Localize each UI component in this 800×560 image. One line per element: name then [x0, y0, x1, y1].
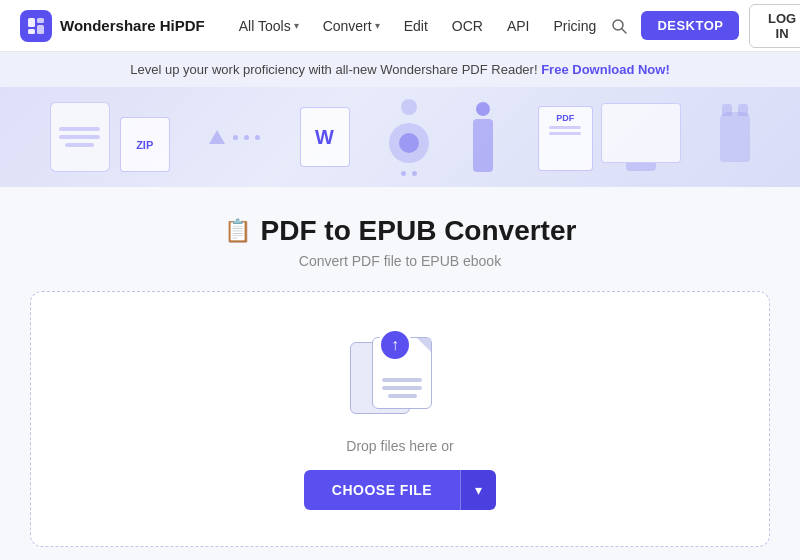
svg-rect-0	[28, 18, 35, 27]
brand-name: Wondershare HiPDF	[60, 17, 205, 34]
nav-links: All Tools ▾ Convert ▾ Edit OCR API Prici…	[229, 12, 607, 40]
svg-rect-2	[37, 25, 44, 34]
promo-banner: Level up your work proficiency with all-…	[0, 52, 800, 87]
nav-edit[interactable]: Edit	[394, 12, 438, 40]
svg-rect-3	[28, 29, 35, 34]
illus-person	[468, 102, 498, 172]
hero-banner: ZIP W PDF	[0, 87, 800, 187]
chevron-down-icon: ▾	[294, 20, 299, 31]
chevron-down-icon: ▾	[375, 20, 380, 31]
page-subtitle: Convert PDF file to EPUB ebook	[299, 253, 501, 269]
page-title-area: 📋 PDF to EPUB Converter	[224, 215, 577, 247]
svg-rect-1	[37, 18, 44, 23]
search-button[interactable]	[606, 10, 631, 42]
nav-pricing[interactable]: Pricing	[544, 12, 607, 40]
nav-convert[interactable]: Convert ▾	[313, 12, 390, 40]
page-title: PDF to EPUB Converter	[261, 215, 577, 247]
upload-illustration: ↑	[350, 332, 450, 422]
nav-api[interactable]: API	[497, 12, 540, 40]
illus-center	[389, 99, 429, 176]
illus-arrows	[209, 130, 260, 144]
desktop-button[interactable]: DESKTOP	[641, 11, 739, 40]
nav-ocr[interactable]: OCR	[442, 12, 493, 40]
login-button[interactable]: LOG IN	[749, 4, 800, 48]
choose-file-dropdown-button[interactable]: ▾	[460, 470, 496, 510]
choose-file-button-group: CHOOSE FILE ▾	[304, 470, 496, 510]
promo-cta-link[interactable]: Free Download Now!	[541, 62, 670, 77]
navbar: Wondershare HiPDF All Tools ▾ Convert ▾ …	[0, 0, 800, 52]
illus-pdf: PDF	[538, 106, 593, 171]
illus-card-1	[50, 102, 110, 172]
logo-icon	[20, 10, 52, 42]
upload-arrow-icon: ↑	[391, 337, 399, 353]
main-content: 📋 PDF to EPUB Converter Convert PDF file…	[0, 187, 800, 560]
copy-icon: 📋	[224, 218, 251, 244]
illus-animal	[720, 112, 750, 162]
nav-right: DESKTOP LOG IN	[606, 4, 800, 48]
svg-line-5	[622, 29, 626, 33]
logo-area[interactable]: Wondershare HiPDF	[20, 10, 205, 42]
illus-word: W	[300, 107, 350, 167]
drop-zone[interactable]: ↑ Drop files here or CHOOSE FILE ▾	[30, 291, 770, 547]
drop-text: Drop files here or	[346, 438, 453, 454]
illus-right: PDF	[538, 103, 681, 171]
chevron-down-icon: ▾	[475, 482, 482, 498]
illus-monitor-area	[601, 103, 681, 171]
upload-circle: ↑	[378, 328, 412, 362]
choose-file-button[interactable]: CHOOSE FILE	[304, 470, 460, 510]
hero-illustration: ZIP W PDF	[0, 87, 800, 187]
illus-zip: ZIP	[120, 117, 170, 172]
nav-all-tools[interactable]: All Tools ▾	[229, 12, 309, 40]
